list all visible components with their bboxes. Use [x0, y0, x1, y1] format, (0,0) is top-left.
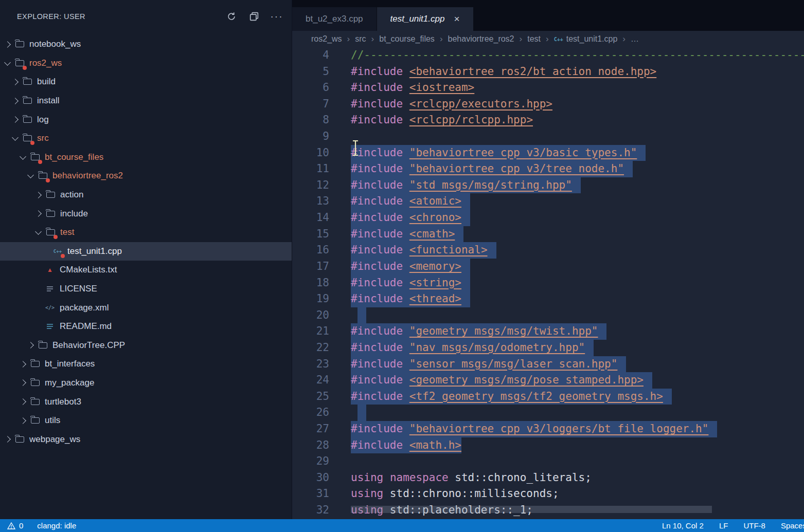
- line-text: #include "nav_msgs/msg/odometry.hpp": [351, 340, 594, 356]
- breadcrumb-item-behaviortree_ros2[interactable]: behaviortree_ros2: [448, 34, 514, 44]
- chevron-right-icon[interactable]: [20, 398, 26, 405]
- chevron-right-icon[interactable]: [35, 210, 42, 217]
- sidebar-item-install[interactable]: install: [0, 91, 292, 111]
- chevron-right-icon[interactable]: [20, 380, 26, 387]
- code-line[interactable]: 5#include <behaviortree_ros2/bt_action_n…: [292, 64, 804, 80]
- sidebar-item-bt_course_files[interactable]: bt_course_files: [0, 148, 292, 167]
- code-line[interactable]: 30using namespace std::chrono_literals;: [292, 470, 804, 486]
- cursor-position[interactable]: Ln 10, Col 2: [662, 521, 704, 530]
- chevron-right-icon[interactable]: [12, 79, 19, 85]
- code-line[interactable]: 14#include <chrono>: [292, 210, 804, 226]
- code-line[interactable]: 13#include <atomic>: [292, 193, 804, 210]
- code-line[interactable]: 22#include "nav_msgs/msg/odometry.hpp": [292, 340, 804, 356]
- code-line[interactable]: 9: [292, 129, 804, 145]
- indent-indicator[interactable]: Spaces: 4: [781, 521, 804, 530]
- breadcrumb-separator-icon: ›: [520, 34, 523, 44]
- tab-bt_u2_ex3.cpp[interactable]: bt_u2_ex3.cpp: [292, 7, 377, 31]
- chevron-right-icon[interactable]: [35, 192, 42, 198]
- code-line[interactable]: 26: [292, 405, 804, 421]
- sidebar-item-turtlebot3[interactable]: turtlebot3: [0, 392, 292, 411]
- encoding-indicator[interactable]: UTF-8: [743, 521, 765, 530]
- chevron-right-icon[interactable]: [20, 417, 26, 424]
- sidebar-item-README.md[interactable]: README.md: [0, 317, 292, 336]
- breadcrumb-label: bt_course_files: [379, 34, 435, 44]
- code-line[interactable]: 15#include <cmath>: [292, 226, 804, 243]
- code-line[interactable]: 19#include <thread>: [292, 291, 804, 307]
- code-line[interactable]: 21#include "geometry_msgs/msg/twist.hpp": [292, 323, 804, 340]
- sidebar-item-include[interactable]: include: [0, 204, 292, 223]
- code-line[interactable]: 16#include <functional>: [292, 242, 804, 259]
- chevron-right-icon[interactable]: [27, 342, 34, 348]
- code-line[interactable]: 29: [292, 453, 804, 470]
- breadcrumb-item-…[interactable]: …: [631, 34, 639, 44]
- code-token: [403, 65, 409, 78]
- sidebar-item-bt_interfaces[interactable]: bt_interfaces: [0, 355, 292, 374]
- sidebar-item-my_package[interactable]: my_package: [0, 374, 292, 393]
- code-line[interactable]: 31using std::chrono::milliseconds;: [292, 486, 804, 502]
- sidebar-item-log[interactable]: log: [0, 110, 292, 129]
- sidebar-item-utils[interactable]: utils: [0, 411, 292, 430]
- sidebar-item-build[interactable]: build: [0, 72, 292, 91]
- eol-indicator[interactable]: LF: [719, 521, 728, 530]
- code-line[interactable]: 8#include <rclcpp/rclcpp.hpp>: [292, 112, 804, 129]
- line-number: 12: [292, 177, 329, 194]
- sidebar-item-test_unit1.cpp[interactable]: C++test_unit1.cpp: [0, 242, 292, 261]
- code-line[interactable]: 23#include "sensor_msgs/msg/laser_scan.h…: [292, 356, 804, 373]
- breadcrumb-item-ros2_ws[interactable]: ros2_ws: [311, 34, 342, 44]
- chevron-right-icon[interactable]: [12, 98, 19, 104]
- chevron-down-icon[interactable]: [4, 59, 11, 66]
- code-line[interactable]: 12#include "std_msgs/msg/string.hpp": [292, 177, 804, 194]
- sidebar-item-src[interactable]: src: [0, 129, 292, 148]
- sidebar-item-action[interactable]: action: [0, 186, 292, 205]
- breadcrumb-item-bt_course_files[interactable]: bt_course_files: [379, 34, 435, 44]
- sidebar-item-webpage_ws[interactable]: webpage_ws: [0, 430, 292, 449]
- lsp-status[interactable]: clangd: idle: [37, 521, 76, 530]
- code-line[interactable]: 24#include <geometry_msgs/msg/pose_stamp…: [292, 372, 804, 389]
- sidebar-item-BehaviorTree.CPP[interactable]: BehaviorTree.CPP: [0, 336, 292, 355]
- chevron-right-icon[interactable]: [4, 436, 11, 443]
- refresh-explorer-button[interactable]: [226, 11, 237, 22]
- chevron-right-icon[interactable]: [4, 41, 11, 48]
- breadcrumb-item-test_unit1.cpp[interactable]: C++test_unit1.cpp: [554, 34, 618, 44]
- chevron-right-icon[interactable]: [20, 361, 26, 368]
- code-line[interactable]: 10#include "behaviortree_cpp_v3/basic_ty…: [292, 145, 804, 161]
- horizontal-scrollbar[interactable]: [351, 506, 712, 513]
- sidebar-item-test[interactable]: test: [0, 223, 292, 242]
- collapse-folders-button[interactable]: [248, 11, 260, 22]
- code-line[interactable]: 4//-------------------------------------…: [292, 47, 804, 64]
- code-line[interactable]: 17#include <memory>: [292, 259, 804, 275]
- code-line[interactable]: 28#include <math.h>: [292, 437, 804, 454]
- code-line[interactable]: 25#include <tf2_geometry_msgs/tf2_geomet…: [292, 389, 804, 405]
- code-token: <memory>: [409, 260, 461, 272]
- code-line[interactable]: 11#include "behaviortree_cpp_v3/tree_nod…: [292, 161, 804, 177]
- sidebar-item-notebook_ws[interactable]: notebook_ws: [0, 35, 292, 54]
- code-line[interactable]: 6#include <iostream>: [292, 80, 804, 96]
- breadcrumb-label: …: [631, 34, 639, 44]
- chevron-down-icon[interactable]: [35, 228, 42, 235]
- ellipsis-icon: ···: [271, 14, 283, 19]
- chevron-right-icon[interactable]: [12, 116, 19, 123]
- chevron-down-icon[interactable]: [12, 134, 19, 141]
- sidebar-item-CMakeLists.txt[interactable]: ▲CMakeLists.txt: [0, 261, 292, 280]
- tab-test_unit1.cpp[interactable]: test_unit1.cpp×: [377, 7, 474, 31]
- chevron-down-icon[interactable]: [27, 172, 34, 179]
- code-line[interactable]: 7#include <rclcpp/executors.hpp>: [292, 96, 804, 113]
- code-token: #include: [351, 390, 403, 402]
- breadcrumb-item-src[interactable]: src: [355, 34, 366, 44]
- line-text: [351, 307, 366, 324]
- sidebar-item-ros2_ws[interactable]: ros2_ws: [0, 54, 292, 73]
- code-line[interactable]: 18#include <string>: [292, 275, 804, 291]
- code-line[interactable]: 20: [292, 307, 804, 324]
- sidebar-item-package.xml[interactable]: </>package.xml: [0, 298, 292, 317]
- sidebar-item-LICENSE[interactable]: LICENSE: [0, 280, 292, 299]
- code-editor[interactable]: 4//-------------------------------------…: [292, 47, 804, 519]
- code-line[interactable]: 27#include "behaviortree_cpp_v3/loggers/…: [292, 421, 804, 437]
- breadcrumb-item-test[interactable]: test: [527, 34, 541, 44]
- line-number: 22: [292, 340, 329, 356]
- problems-indicator[interactable]: 0 clangd: idle: [0, 521, 76, 530]
- chevron-down-icon[interactable]: [20, 153, 26, 160]
- selection-highlight: #include "behaviortree_cpp_v3/tree_node.…: [351, 161, 633, 177]
- more-actions-button[interactable]: ···: [271, 11, 282, 22]
- close-icon[interactable]: ×: [454, 15, 459, 23]
- sidebar-item-behaviortree_ros2[interactable]: behaviortree_ros2: [0, 167, 292, 186]
